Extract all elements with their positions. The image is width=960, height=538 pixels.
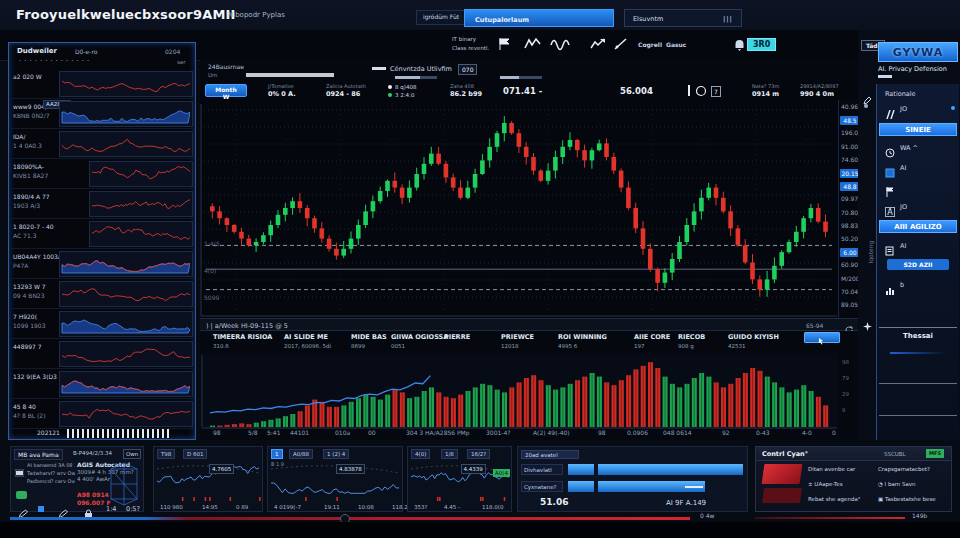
mini-chart-number: 4 0199(-7 [274,504,301,510]
menu-item-center[interactable]: Nibopodr Pyplas [228,11,285,19]
secondary-button[interactable]: Elsuvntm ||| [624,9,742,27]
indicator-column-header: PRIEWCE [501,333,534,341]
watchlist-row[interactable]: 1 8020-7 - 40AC 71.3 [9,219,195,249]
pen-icon[interactable] [18,504,28,523]
slider-track-2[interactable] [755,517,905,519]
mini-chart-chip[interactable]: 16/2? [467,449,490,459]
progress-bar-short[interactable] [568,464,594,475]
sparkline-chart [59,401,193,427]
watchlist-row[interactable]: 7 H920(1099 1903 [9,309,195,339]
info-panel: MB ava Pama B-P494/2/3.34 Own AI banwend… [10,446,144,512]
progress-track-2 [500,76,542,79]
sidebar-item-label: JO [900,203,907,211]
toolbar-text-2[interactable]: Gasuc [666,41,686,48]
sidebar-item[interactable]: WA ^ [885,142,957,156]
sidebar-action-button[interactable]: S2D AZII [887,259,949,270]
progress-bar-long[interactable] [598,464,743,475]
price-tag[interactable]: 48.8 [840,182,860,191]
stat-value: 0924 - 86 [326,90,360,98]
sidebar-item[interactable]: b [885,279,957,293]
left-axis-label: 4(0) [204,267,216,274]
flag-icon[interactable] [498,37,512,51]
control-cell: Rebat she agenda° [808,496,861,502]
watchlist-row[interactable]: 45 8 404? 8 BL (2) [9,399,195,429]
mini-chart-price-tag: 4.4339 [461,464,486,474]
playback-slider-track[interactable] [10,517,690,520]
stat-value: 0914 m [752,90,779,98]
price-tag[interactable]: 48.5 [840,116,860,125]
candlestick-chart[interactable]: 40.9648.5196.0091.0074.6020.1548.809.977… [200,100,860,318]
blue-square-icon[interactable] [38,506,44,512]
mini-line-chart [155,459,261,507]
progress-panel: 20ad avatel DivhavlatlCyxnatane? 51.06 A… [517,446,748,512]
sidebar-item-highlighted[interactable]: SINEIE [879,123,957,136]
progress-bar-short[interactable] [568,481,594,492]
watchlist-row-label: P47A [13,262,28,269]
sparkline-chart [59,131,193,157]
sparkline-chart [89,191,193,217]
mini-chart-chip[interactable]: 4(0) [411,449,430,459]
bell-icon[interactable] [734,39,745,52]
watchlist-row[interactable]: 18090%A-KIVB1 8A27 [9,159,195,189]
dots-row: ·············· [19,57,92,65]
lock-icon[interactable] [84,504,93,523]
mini-chart-chip[interactable]: 1 [271,449,283,459]
watchlist-row[interactable]: 1890/4 A 771903 A/3 [9,189,195,219]
info-header-chip[interactable]: Own [123,449,141,459]
section-title: Thessai [877,332,959,340]
indicator-column-value: 0051 [391,343,405,349]
sidebar-item[interactable] [885,181,957,195]
slope-icon[interactable] [614,37,628,51]
mini-chart-chip[interactable]: 1 (2) 4 [323,449,349,459]
peaks-chart-icon[interactable] [524,37,542,51]
sidebar-item[interactable]: AI [885,240,957,254]
sidebar-item-highlighted[interactable]: AIII AGILIZO [879,220,957,233]
toolbar-text-1[interactable]: Cogrell [638,41,662,48]
mini-chart-chip[interactable]: T98 [157,449,175,459]
tab-dark[interactable]: igródüm Füt [416,10,466,25]
mini-chart-chip[interactable]: A0/88 [289,449,313,459]
sidebar-item[interactable]: JO [885,103,957,117]
dot-icon [864,104,868,108]
indicator-column-value: 42531 [728,343,746,349]
progress-right-value: AI 9F A.149 [666,499,706,507]
pen-icon[interactable] [58,504,68,523]
mini-chart-number: 0 89 [236,504,248,510]
indicator-column-header: RIECOB [678,333,705,341]
wave-chart-icon[interactable] [550,37,574,51]
watchlist-row[interactable]: 132 9(EA 3(D3 [9,369,195,399]
timeframe-button[interactable]: Month W [205,84,247,97]
ai-main-button[interactable]: GYVWA [878,42,958,62]
watchlist-row[interactable]: IDA/1 4 0A0.3 [9,129,195,159]
volume-axis-label: 29 [842,391,849,397]
indicator-column-value: 197 [634,343,645,349]
sparkline-chart [59,371,193,397]
footer-num-2: 0:5? [126,505,140,513]
progress-tab[interactable]: 20ad avatel [521,450,579,459]
watchlist-row[interactable]: 448997 7 [9,339,195,369]
watchlist-row-label: UB04A4Y 1003A [13,253,62,260]
mini-chart-chip[interactable]: D 601 [183,449,207,459]
primary-button[interactable]: Cutupalorlaum [464,9,614,27]
slider-label-1: 0 4w [700,512,714,519]
watchlist-title: Dudweiler [17,47,57,55]
footer-num-1: 1:4 [106,505,116,513]
watchlist-row[interactable]: a2 020 W [9,69,195,99]
stat-value: 990 4 0m [800,90,834,98]
sidebar-item[interactable]: AJO [885,201,957,215]
stat-value: 86.2 b99 [450,90,482,98]
watchlist-row[interactable]: UB04A4Y 1003AP47A [9,249,195,279]
expand-button[interactable] [804,332,840,343]
watchlist-row[interactable]: 13293 W 709 4 BN23 [9,279,195,309]
time-axis-label: 00 [368,429,376,436]
price-tag[interactable]: 20.15 [840,169,860,178]
pill-value[interactable]: 070 [458,64,477,75]
price-tag[interactable]: 6.00 [840,248,860,257]
control-cell: Ditan avenbe car [808,466,855,472]
trend-flag-icon[interactable] [590,37,606,51]
watchlist-row[interactable]: www9 004/5KBNB 0N2/7AA28 W [9,99,195,129]
mini-chart-number: 118.0(0 [482,504,503,510]
mini-chart-chip[interactable]: 1/8 [441,449,458,459]
count-badge[interactable]: 3R0 [747,38,776,51]
sidebar-item[interactable]: AI [885,162,957,176]
